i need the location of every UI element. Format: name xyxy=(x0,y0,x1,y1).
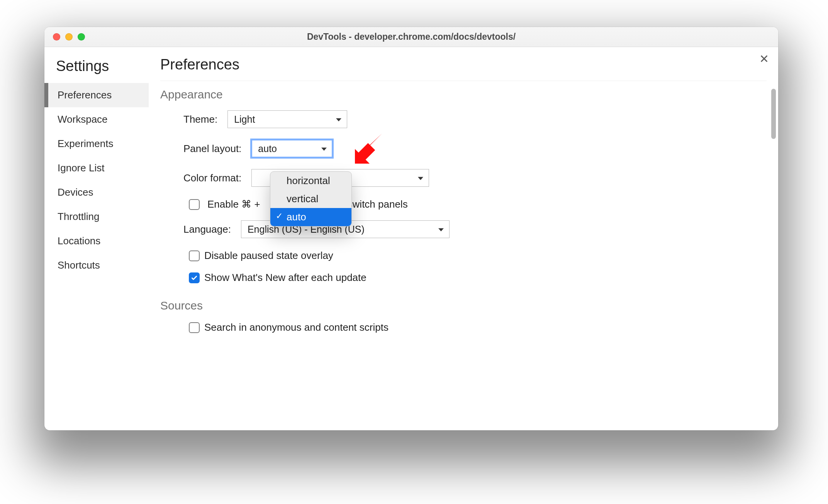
color-format-label: Color format: xyxy=(183,172,241,184)
sidebar-item-workspace[interactable]: Workspace xyxy=(44,107,149,132)
sidebar-item-preferences[interactable]: Preferences xyxy=(44,83,149,107)
theme-label: Theme: xyxy=(183,113,217,125)
disable-paused-checkbox[interactable] xyxy=(189,250,200,261)
theme-select-value: Light xyxy=(234,114,255,125)
show-whats-new-checkbox[interactable] xyxy=(189,272,200,283)
panel-layout-select-value: auto xyxy=(258,143,277,154)
search-anon-checkbox[interactable] xyxy=(189,322,200,333)
chevron-down-icon xyxy=(418,177,423,180)
sources-form: Search in anonymous and content scripts xyxy=(160,321,767,333)
sidebar-item-devices[interactable]: Devices xyxy=(44,180,149,205)
section-appearance-heading: Appearance xyxy=(160,88,767,101)
panel-layout-option-horizontal[interactable]: horizontal xyxy=(270,172,351,190)
sidebar-item-shortcuts[interactable]: Shortcuts xyxy=(44,253,149,277)
appearance-form: Theme: Light Panel layout: auto xyxy=(160,110,767,284)
devtools-window: DevTools - developer.chrome.com/docs/dev… xyxy=(44,27,778,430)
disable-paused-label: Disable paused state overlay xyxy=(204,250,333,262)
window-minimize-button[interactable] xyxy=(65,33,73,41)
page-title: Preferences xyxy=(160,56,767,81)
chevron-down-icon xyxy=(438,228,444,232)
scrollbar-thumb[interactable] xyxy=(771,89,776,139)
section-sources-heading: Sources xyxy=(160,299,767,312)
show-whats-new-label: Show What's New after each update xyxy=(204,272,366,284)
search-anon-row: Search in anonymous and content scripts xyxy=(183,321,767,333)
window-zoom-button[interactable] xyxy=(78,33,85,41)
close-icon[interactable]: ✕ xyxy=(759,53,769,65)
search-anon-label: Search in anonymous and content scripts xyxy=(204,321,389,333)
panel-layout-select[interactable]: auto xyxy=(251,140,333,157)
panel-layout-dropdown[interactable]: horizontal vertical auto xyxy=(270,171,352,227)
annotation-arrow-icon xyxy=(352,132,387,167)
panel-layout-row: Panel layout: auto xyxy=(183,140,767,157)
panel-layout-option-auto[interactable]: auto xyxy=(270,208,351,226)
panel-layout-option-vertical[interactable]: vertical xyxy=(270,190,351,208)
settings-heading: Settings xyxy=(44,58,149,83)
traffic-lights xyxy=(53,33,85,41)
theme-select[interactable]: Light xyxy=(227,110,347,128)
window-close-button[interactable] xyxy=(53,33,60,41)
language-label: Language: xyxy=(183,223,231,235)
sidebar-item-throttling[interactable]: Throttling xyxy=(44,205,149,229)
disable-paused-row: Disable paused state overlay xyxy=(183,250,767,262)
panel-layout-label: Panel layout: xyxy=(183,143,241,155)
enable-shortcut-prefix: Enable ⌘ + xyxy=(207,198,260,210)
sidebar-item-locations[interactable]: Locations xyxy=(44,229,149,253)
show-whats-new-row: Show What's New after each update xyxy=(183,272,767,284)
titlebar: DevTools - developer.chrome.com/docs/dev… xyxy=(44,27,778,47)
sidebar-item-ignore-list[interactable]: Ignore List xyxy=(44,156,149,180)
enable-shortcut-checkbox[interactable] xyxy=(189,199,200,210)
chevron-down-icon xyxy=(336,118,341,122)
settings-sidebar: Settings Preferences Workspace Experimen… xyxy=(44,47,149,430)
sidebar-item-experiments[interactable]: Experiments xyxy=(44,132,149,156)
theme-row: Theme: Light xyxy=(183,110,767,128)
chevron-down-icon xyxy=(321,148,327,151)
enable-shortcut-suffix: switch panels xyxy=(348,198,408,210)
settings-content: ✕ Preferences Appearance Theme: Light Pa xyxy=(149,47,778,430)
window-title: DevTools - developer.chrome.com/docs/dev… xyxy=(44,32,778,42)
